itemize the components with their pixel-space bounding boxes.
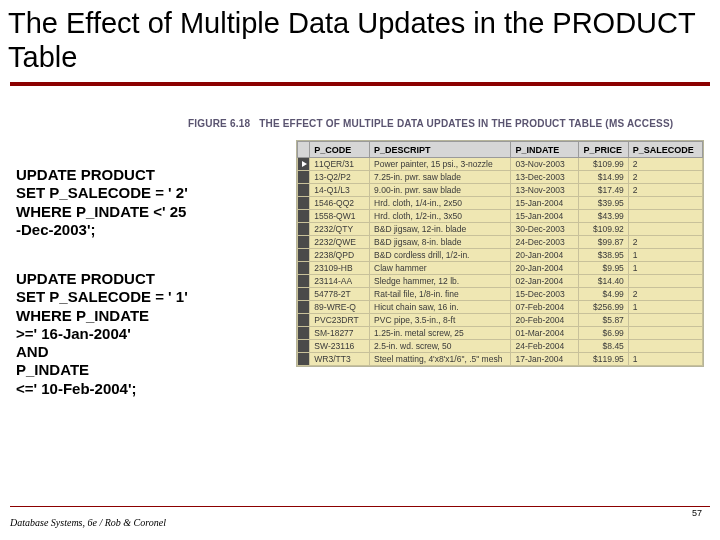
sql1-line4: -Dec-2003'; xyxy=(16,221,278,239)
cell-sale xyxy=(628,340,702,353)
footer-text: Database Systems, 6e / Rob & Coronel xyxy=(10,517,710,528)
row-selector xyxy=(298,210,310,223)
row-selector xyxy=(298,288,310,301)
cell-desc: Claw hammer xyxy=(370,262,511,275)
table-row: 11QER/31Power painter, 15 psi., 3-nozzle… xyxy=(298,158,703,171)
cell-price: $14.99 xyxy=(579,171,628,184)
cell-sale xyxy=(628,327,702,340)
row-selector xyxy=(298,314,310,327)
cell-price: $17.49 xyxy=(579,184,628,197)
table-row: 14-Q1/L39.00-in. pwr. saw blade13-Nov-20… xyxy=(298,184,703,197)
cell-desc: 1.25-in. metal screw, 25 xyxy=(370,327,511,340)
row-selector xyxy=(298,275,310,288)
col-p-salecode: P_SALECODE xyxy=(628,142,702,158)
cell-sale xyxy=(628,275,702,288)
cell-desc: 2.5-in. wd. screw, 50 xyxy=(370,340,511,353)
cell-price: $99.87 xyxy=(579,236,628,249)
cell-sale: 1 xyxy=(628,301,702,314)
row-selector xyxy=(298,301,310,314)
table-row: 13-Q2/P27.25-in. pwr. saw blade13-Dec-20… xyxy=(298,171,703,184)
cell-sale: 2 xyxy=(628,184,702,197)
cell-code: 2232/QTY xyxy=(310,223,370,236)
figure-label: FIGURE 6.18 xyxy=(188,118,250,129)
sql2-line7: <=' 10-Feb-2004'; xyxy=(16,380,278,398)
table-body: 11QER/31Power painter, 15 psi., 3-nozzle… xyxy=(298,158,703,366)
table-row: 2232/QWEB&D jigsaw, 8-in. blade24-Dec-20… xyxy=(298,236,703,249)
table-row: 2232/QTYB&D jigsaw, 12-in. blade30-Dec-2… xyxy=(298,223,703,236)
cell-desc: Power painter, 15 psi., 3-nozzle xyxy=(370,158,511,171)
slide-title: The Effect of Multiple Data Updates in t… xyxy=(0,0,720,74)
cell-indate: 03-Nov-2003 xyxy=(511,158,579,171)
cell-code: 14-Q1/L3 xyxy=(310,184,370,197)
product-table-panel: P_CODE P_DESCRIPT P_INDATE P_PRICE P_SAL… xyxy=(296,140,704,367)
cell-price: $14.40 xyxy=(579,275,628,288)
cell-indate: 13-Dec-2003 xyxy=(511,171,579,184)
cell-sale xyxy=(628,197,702,210)
cell-desc: Sledge hammer, 12 lb. xyxy=(370,275,511,288)
sql2-line4: >=' 16-Jan-2004' xyxy=(16,325,278,343)
cell-sale: 2 xyxy=(628,171,702,184)
table-row: 2238/QPDB&D cordless drill, 1/2-in.20-Ja… xyxy=(298,249,703,262)
cell-desc: B&D cordless drill, 1/2-in. xyxy=(370,249,511,262)
col-p-price: P_PRICE xyxy=(579,142,628,158)
table-row: 1546-QQ2Hrd. cloth, 1/4-in., 2x5015-Jan-… xyxy=(298,197,703,210)
cell-sale xyxy=(628,210,702,223)
row-selector xyxy=(298,340,310,353)
row-selector xyxy=(298,353,310,366)
table-row: 89-WRE-QHicut chain saw, 16 in.07-Feb-20… xyxy=(298,301,703,314)
cell-code: 11QER/31 xyxy=(310,158,370,171)
figure-text: THE EFFECT OF MULTIPLE DATA UPDATES IN T… xyxy=(259,118,673,129)
cell-sale: 1 xyxy=(628,249,702,262)
footer: Database Systems, 6e / Rob & Coronel xyxy=(10,506,710,528)
cell-price: $9.95 xyxy=(579,262,628,275)
cell-code: 13-Q2/P2 xyxy=(310,171,370,184)
row-selector xyxy=(298,262,310,275)
table-row: 54778-2TRat-tail file, 1/8-in. fine15-De… xyxy=(298,288,703,301)
figure-caption: FIGURE 6.18 THE EFFECT OF MULTIPLE DATA … xyxy=(188,118,673,129)
cell-desc: PVC pipe, 3.5-in., 8-ft xyxy=(370,314,511,327)
cell-sale: 2 xyxy=(628,158,702,171)
cell-code: 23114-AA xyxy=(310,275,370,288)
sql1-line3: WHERE P_INDATE <' 25 xyxy=(16,203,278,221)
cell-desc: 7.25-in. pwr. saw blade xyxy=(370,171,511,184)
title-rule xyxy=(10,82,710,86)
cell-code: 1546-QQ2 xyxy=(310,197,370,210)
table-row: PVC23DRTPVC pipe, 3.5-in., 8-ft20-Feb-20… xyxy=(298,314,703,327)
cell-price: $6.99 xyxy=(579,327,628,340)
cell-indate: 17-Jan-2004 xyxy=(511,353,579,366)
table-row: SM-182771.25-in. metal screw, 2501-Mar-2… xyxy=(298,327,703,340)
table-row: 1558-QW1Hrd. cloth, 1/2-in., 3x5015-Jan-… xyxy=(298,210,703,223)
cell-desc: Hrd. cloth, 1/4-in., 2x50 xyxy=(370,197,511,210)
cell-indate: 15-Jan-2004 xyxy=(511,197,579,210)
row-selector xyxy=(298,327,310,340)
cell-price: $119.95 xyxy=(579,353,628,366)
table-row: 23114-AASledge hammer, 12 lb.02-Jan-2004… xyxy=(298,275,703,288)
cell-code: SM-18277 xyxy=(310,327,370,340)
cell-price: $38.95 xyxy=(579,249,628,262)
cell-price: $109.92 xyxy=(579,223,628,236)
table-row: SW-231162.5-in. wd. screw, 5024-Feb-2004… xyxy=(298,340,703,353)
cell-code: 2238/QPD xyxy=(310,249,370,262)
sql-update-2: UPDATE PRODUCT SET P_SALECODE = ' 1' WHE… xyxy=(16,270,278,398)
cell-price: $109.99 xyxy=(579,158,628,171)
row-selector xyxy=(298,249,310,262)
cell-price: $39.95 xyxy=(579,197,628,210)
cell-indate: 15-Jan-2004 xyxy=(511,210,579,223)
cell-indate: 13-Nov-2003 xyxy=(511,184,579,197)
cell-indate: 02-Jan-2004 xyxy=(511,275,579,288)
col-p-descript: P_DESCRIPT xyxy=(370,142,511,158)
cell-indate: 20-Jan-2004 xyxy=(511,249,579,262)
cell-sale: 1 xyxy=(628,262,702,275)
cell-desc: B&D jigsaw, 12-in. blade xyxy=(370,223,511,236)
row-selector xyxy=(298,158,310,171)
cell-indate: 20-Jan-2004 xyxy=(511,262,579,275)
cell-desc: Hrd. cloth, 1/2-in., 3x50 xyxy=(370,210,511,223)
cell-code: 23109-HB xyxy=(310,262,370,275)
cell-price: $5.87 xyxy=(579,314,628,327)
sql2-line6: P_INDATE xyxy=(16,361,278,379)
row-selector xyxy=(298,197,310,210)
sql2-line5: AND xyxy=(16,343,278,361)
sql1-line2: SET P_SALECODE = ' 2' xyxy=(16,184,278,202)
table-header-row: P_CODE P_DESCRIPT P_INDATE P_PRICE P_SAL… xyxy=(298,142,703,158)
cell-indate: 07-Feb-2004 xyxy=(511,301,579,314)
